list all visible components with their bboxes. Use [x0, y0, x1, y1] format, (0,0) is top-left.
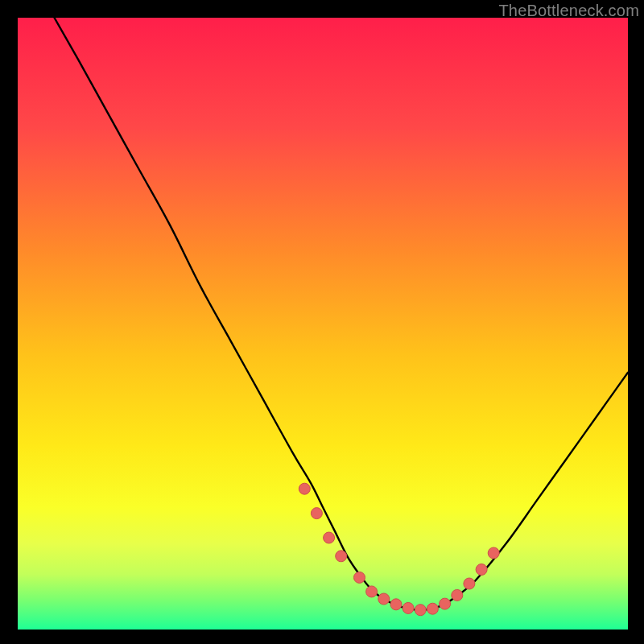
optimum-marker [354, 572, 365, 583]
optimum-marker [336, 551, 347, 562]
optimum-marker [390, 599, 402, 610]
optimum-marker [311, 508, 322, 519]
optimum-marker [440, 598, 451, 609]
optimum-marker [299, 483, 310, 494]
optimum-marker [464, 578, 475, 589]
optimum-marker [415, 605, 426, 616]
optimum-marker [402, 602, 414, 613]
chart-stage: TheBottleneck.com [0, 0, 644, 644]
optimum-marker [476, 564, 487, 576]
optimum-marker [366, 586, 378, 597]
optimum-marker [427, 603, 438, 614]
optimum-marker [488, 547, 499, 559]
watermark-text: TheBottleneck.com [498, 2, 639, 20]
bottleneck-curve [55, 18, 629, 610]
optimum-marker [324, 532, 335, 543]
curve-layer [18, 18, 628, 630]
optimum-marker [378, 593, 390, 605]
plot-area [18, 18, 628, 630]
optimum-marker [452, 589, 463, 601]
